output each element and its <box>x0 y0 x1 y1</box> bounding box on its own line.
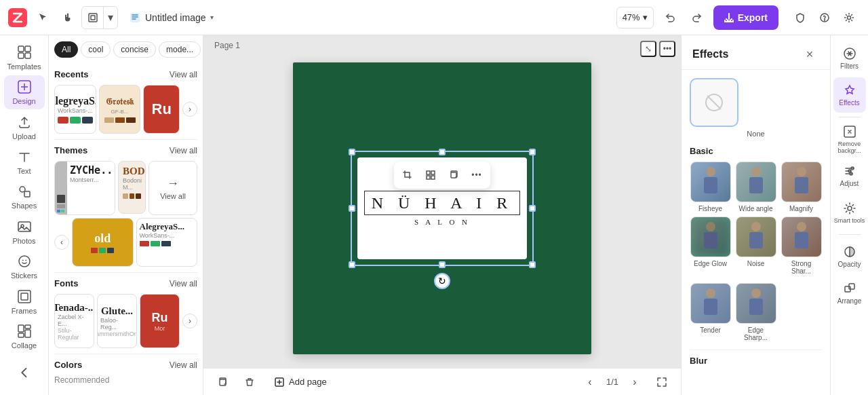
theme-card-alegreya2[interactable]: AlegreyaS... WorkSans-... <box>136 218 198 267</box>
effect-tender[interactable]: Tender <box>690 283 731 341</box>
filter-tabs: All cool concise mode... ▾ <box>49 35 203 61</box>
zoom-control[interactable]: 47% ▾ <box>616 7 654 29</box>
rt-effects[interactable]: Effects <box>833 77 866 113</box>
sidebar-item-templates[interactable]: Templates <box>4 41 45 74</box>
handle-tr[interactable] <box>529 149 536 155</box>
undo-btn[interactable] <box>659 7 681 29</box>
rt-adjust[interactable]: Adjust <box>833 158 866 193</box>
effects-second-grid: Tender Edge Sharp... <box>690 283 822 341</box>
themes-view-all-card[interactable]: → View all <box>149 161 197 215</box>
sidebar-item-shapes[interactable]: Shapes <box>4 181 45 214</box>
rt-opacity[interactable]: Opacity <box>833 239 866 274</box>
effect-none-card[interactable] <box>690 78 738 127</box>
add-page-btn[interactable]: Add page <box>266 373 335 392</box>
handle-br[interactable] <box>529 261 536 268</box>
sidebar-item-text[interactable]: Text <box>4 145 45 178</box>
effects-basic-grid: Fisheye Wide angle <box>690 162 822 275</box>
page-next-btn[interactable]: › <box>624 371 646 393</box>
font-card-more[interactable]: Ru Mor <box>140 294 180 348</box>
effects-close-btn[interactable]: × <box>800 45 819 64</box>
rt-remove-bg[interactable]: Remove backgr... <box>833 121 866 157</box>
page-indicator: 1/1 <box>606 377 618 387</box>
canvas-page[interactable]: ↻ N Ü H A I R S A L O N <box>293 62 591 354</box>
sidebar-item-collage[interactable]: Collage <box>4 320 45 353</box>
recents-next-btn[interactable]: › <box>182 102 197 117</box>
redo-btn[interactable] <box>686 7 708 29</box>
font-card-glute[interactable]: Glute... Baloo-Reg... HammersmithOn... <box>97 294 137 348</box>
rt-filters[interactable]: Filters <box>833 41 866 76</box>
handle-bm[interactable] <box>439 261 446 268</box>
canvas-resize-icon-btn[interactable]: ⤡ <box>640 41 656 57</box>
crop-btn[interactable] <box>397 164 418 186</box>
themes-view-all[interactable]: View all <box>170 146 197 155</box>
fonts-view-all[interactable]: View all <box>170 279 197 288</box>
handle-tl[interactable] <box>349 149 355 155</box>
recent-card-ru[interactable]: Ru <box>143 85 180 134</box>
collapse-sidebar-btn[interactable] <box>4 356 45 390</box>
rt-arrange[interactable]: Arrange <box>833 276 866 311</box>
copy-page-btn[interactable] <box>212 371 233 393</box>
theme-card-zyche[interactable]: ZYCHe... Montserr... <box>54 161 115 215</box>
shield-icon-btn[interactable] <box>789 7 811 29</box>
handle-tm[interactable] <box>439 149 446 155</box>
svg-rect-25 <box>431 176 435 179</box>
colors-header: Colors View all <box>54 360 197 370</box>
app-logo[interactable] <box>8 8 27 27</box>
recent-card-grotesk[interactable]: 𝔊𝔯𝔬𝔱𝔢𝔰𝔨 GF-B... <box>99 85 141 134</box>
recent-card-alegreya[interactable]: AlegreyaS... WorkSans-... <box>54 85 96 134</box>
rotate-handle[interactable]: ↻ <box>434 273 450 289</box>
frame-tool-chevron[interactable]: ▾ <box>104 7 117 29</box>
document-title-area[interactable]: Untitled image ▾ <box>123 9 219 26</box>
svg-rect-24 <box>427 176 430 179</box>
effect-fisheye[interactable]: Fisheye <box>690 162 731 212</box>
svg-rect-23 <box>431 171 435 174</box>
effect-strong-sharp[interactable]: Strong Shar... <box>781 217 822 275</box>
theme-card-bodo[interactable]: BODO... Bodoni M... <box>118 161 146 214</box>
settings-icon-btn[interactable] <box>838 7 860 29</box>
grid-btn[interactable] <box>420 164 441 186</box>
export-btn[interactable]: Export <box>713 5 778 30</box>
rt-smart-tools[interactable]: Smart tools <box>833 195 866 230</box>
colors-view-all[interactable]: View all <box>170 360 197 370</box>
handle-ml[interactable] <box>349 205 355 212</box>
frame-tool-btn[interactable] <box>82 7 104 29</box>
canvas-more-icon-btn[interactable]: ••• <box>659 41 675 57</box>
filter-tab-mode[interactable]: mode... <box>159 41 201 58</box>
delete-page-btn[interactable] <box>239 371 260 393</box>
filter-tab-concise[interactable]: concise <box>113 41 156 58</box>
sidebar-item-photos[interactable]: Photos <box>4 215 45 248</box>
themes-header: Themes View all <box>54 145 197 155</box>
theme-card-old[interactable]: old <box>72 218 134 267</box>
themes-prev-btn[interactable]: ‹ <box>54 235 69 250</box>
more-options-btn[interactable]: ••• <box>466 164 488 186</box>
svg-rect-9 <box>25 53 31 58</box>
filter-tab-all[interactable]: All <box>54 41 78 58</box>
recents-view-all[interactable]: View all <box>170 70 197 79</box>
effect-noise[interactable]: Noise <box>735 217 776 275</box>
effects-title: Effects <box>692 48 728 60</box>
help-icon-btn[interactable] <box>814 7 835 29</box>
effect-edge-glow[interactable]: Edge Glow <box>690 217 731 275</box>
sidebar-item-upload[interactable]: Upload <box>4 111 45 144</box>
fit-page-btn[interactable] <box>651 371 673 393</box>
sidebar-item-design[interactable]: Design <box>4 75 45 109</box>
handle-mr[interactable] <box>529 205 536 212</box>
sidebar-item-frames[interactable]: Frames <box>4 285 45 318</box>
sidebar-item-stickers[interactable]: Stickers <box>4 250 45 283</box>
svg-rect-17 <box>21 293 28 300</box>
hand-tool-btn[interactable] <box>57 7 79 29</box>
page-label: Page 1 <box>214 41 240 50</box>
select-tool-btn[interactable] <box>33 7 54 29</box>
colors-recommended-label: Recommended <box>54 375 197 385</box>
svg-point-4 <box>825 20 825 20</box>
fonts-next-btn[interactable]: › <box>182 314 197 328</box>
effect-edge-sharp[interactable]: Edge Sharp... <box>735 283 776 341</box>
filter-tab-cool[interactable]: cool <box>81 41 111 58</box>
effect-magnify[interactable]: Magnify <box>781 162 822 212</box>
page-prev-btn[interactable]: ‹ <box>579 371 601 393</box>
duplicate-btn[interactable] <box>443 164 465 186</box>
font-card-tenada[interactable]: Tenada-... Zacbel X-E... Stilu-Regular <box>54 294 94 348</box>
handle-bl[interactable] <box>349 261 355 268</box>
effect-wide-angle[interactable]: Wide angle <box>735 162 776 212</box>
themes-back-row: ‹ old AlegreyaS... WorkSans-... <box>54 218 197 267</box>
